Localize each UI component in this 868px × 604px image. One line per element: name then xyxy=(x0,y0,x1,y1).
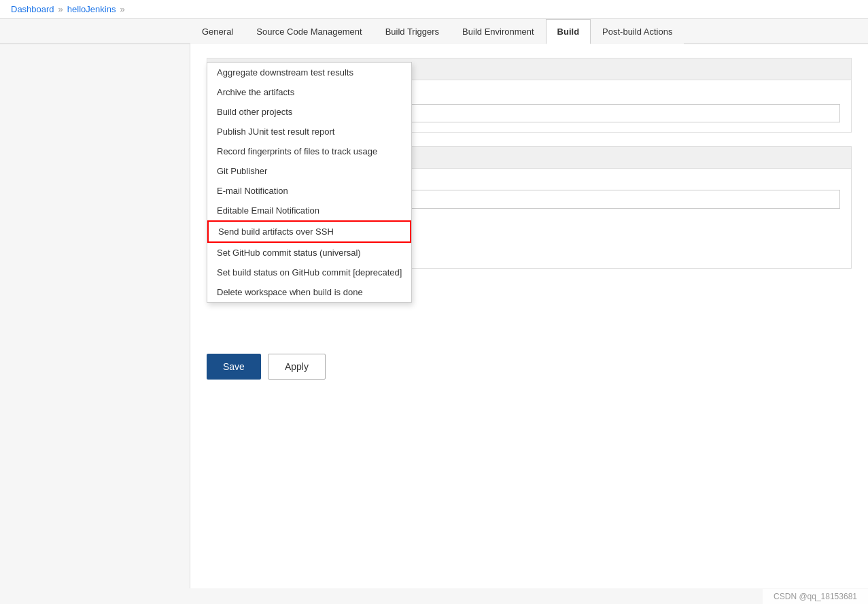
breadcrumb-sep2: » xyxy=(120,4,124,14)
tab-general[interactable]: General xyxy=(190,19,245,44)
save-button[interactable]: Save xyxy=(207,354,261,380)
dropdown-item-9[interactable]: Set GitHub commit status (universal) xyxy=(207,243,411,263)
dropdown-item-2[interactable]: Build other projects xyxy=(207,102,411,122)
dropdown-item-3[interactable]: Publish JUnit test result report xyxy=(207,122,411,141)
tab-build[interactable]: Build xyxy=(546,19,591,44)
tab-bar: General Source Code Management Build Tri… xyxy=(0,19,868,44)
dropdown-item-11[interactable]: Delete workspace when build is done xyxy=(207,282,411,302)
tab-build-environment[interactable]: Build Environment xyxy=(451,19,546,44)
sidebar xyxy=(0,44,190,588)
dropdown-item-5[interactable]: Git Publisher xyxy=(207,161,411,181)
breadcrumb-project[interactable]: helloJenkins xyxy=(67,4,116,14)
apply-button[interactable]: Apply xyxy=(268,354,326,380)
dropdown-item-ssh[interactable]: Send build artifacts over SSH xyxy=(207,220,411,243)
dropdown-menu: Aggregate downstream test results Archiv… xyxy=(207,62,412,303)
dropdown-item-0[interactable]: Aggregate downstream test results xyxy=(207,63,411,82)
dropdown-container: Add post-build action ▲ Aggregate downst… xyxy=(207,280,852,299)
action-buttons: Save Apply xyxy=(207,340,852,393)
tab-post-build-actions[interactable]: Post-build Actions xyxy=(591,19,684,44)
dropdown-item-6[interactable]: E-mail Notification xyxy=(207,181,411,201)
dropdown-item-1[interactable]: Archive the artifacts xyxy=(207,82,411,102)
breadcrumb-dashboard[interactable]: Dashboard xyxy=(11,4,54,14)
tab-scm[interactable]: Source Code Management xyxy=(245,19,373,44)
breadcrumb: Dashboard » helloJenkins » xyxy=(0,0,868,19)
content-panel: ⠿ maven Goals ⠿ Execute shell ? Command … xyxy=(190,44,868,588)
tab-build-triggers[interactable]: Build Triggers xyxy=(374,19,451,44)
dropdown-item-10[interactable]: Set build status on GitHub commit [depre… xyxy=(207,263,411,282)
page-wrapper: ⠿ maven Goals ⠿ Execute shell ? Command … xyxy=(0,44,868,588)
dropdown-item-4[interactable]: Record fingerprints of files to track us… xyxy=(207,141,411,161)
dropdown-item-7[interactable]: Editable Email Notification xyxy=(207,201,411,220)
breadcrumb-sep1: » xyxy=(58,4,63,14)
